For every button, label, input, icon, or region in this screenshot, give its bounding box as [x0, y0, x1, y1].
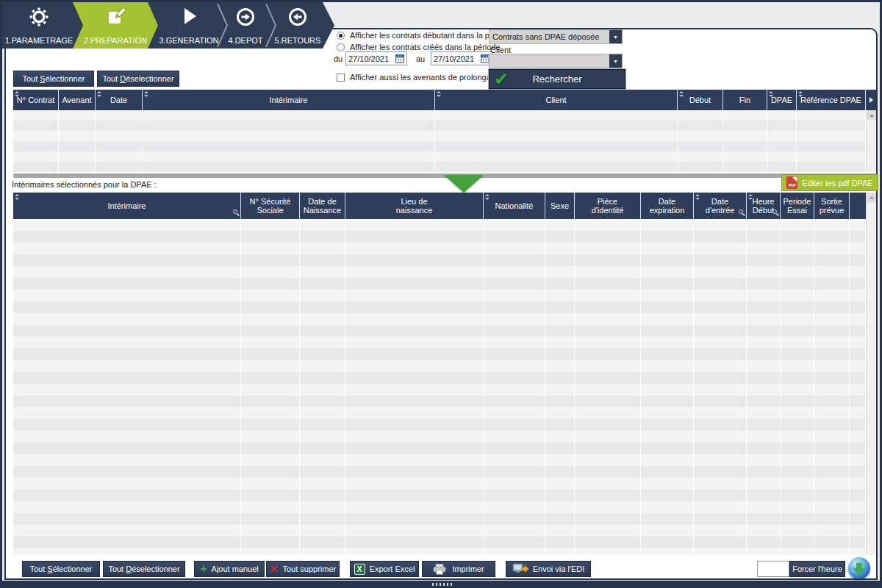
globe-download-icon[interactable]: [848, 557, 870, 579]
chevron-right-icon: [870, 97, 873, 103]
col-heure-debut[interactable]: Heure Début: [747, 193, 781, 219]
col-reference-dpae[interactable]: Référence DPAE: [797, 90, 866, 110]
col-lieu-naissance[interactable]: Lieu de naissance: [345, 193, 484, 219]
sort-icon[interactable]: [437, 91, 442, 97]
edit-icon: [105, 7, 126, 29]
search-icon[interactable]: [772, 209, 777, 214]
main-panel: Afficher les contrats débutant dans la p…: [4, 28, 878, 580]
col-interimaire[interactable]: Intérimaire: [143, 90, 435, 110]
wizard-step-retours[interactable]: 5.RETOURS: [271, 2, 324, 49]
col-date-expiration[interactable]: Date expiration: [641, 193, 694, 219]
col-date-entree[interactable]: Date d'entrée: [694, 193, 747, 219]
radio-contracts-starting-label: Afficher les contrats débutant dans la p…: [350, 31, 512, 40]
search-button[interactable]: ✔ Rechercher: [489, 69, 625, 89]
wizard-steps-bar: 1.PARAMETRAGE 2.PREPARATION 3.GENERATION: [2, 2, 334, 49]
wizard-step-generation[interactable]: 3.GENERATION: [158, 2, 220, 49]
search-icon[interactable]: [739, 209, 743, 214]
send-edi-button[interactable]: Envoi via l'EDI: [506, 561, 591, 577]
sort-icon[interactable]: [769, 91, 774, 97]
sort-icon[interactable]: [97, 91, 102, 97]
col-num-contrat[interactable]: N° Contrat: [13, 90, 59, 110]
date-to-label: au: [416, 54, 425, 63]
col-periode-essai[interactable]: Periode Essai: [781, 193, 814, 219]
contract-filter-dropdown[interactable]: Contrats sans DPAE déposée ▼: [489, 29, 623, 44]
printer-icon: [433, 564, 446, 575]
col-nationalite[interactable]: Nationalité: [484, 193, 545, 219]
wizard-step-preparation-active[interactable]: 2.PREPARATION: [73, 2, 158, 49]
expand-column-button[interactable]: [866, 90, 876, 110]
sort-icon[interactable]: [15, 194, 20, 200]
plus-icon: +: [200, 564, 207, 574]
edit-pdf-dpae-button[interactable]: PDF Editer les pdf DPAE: [781, 174, 878, 191]
scroll-up-icon[interactable]: [867, 110, 876, 120]
calendar-icon[interactable]: [395, 54, 404, 63]
contracts-table-body: [13, 110, 876, 172]
col-date-naissance[interactable]: Date de Naissance: [300, 193, 345, 219]
chevron-down-icon[interactable]: ▼: [609, 54, 622, 68]
wizard-step-depot[interactable]: 4.DEPOT: [223, 2, 268, 49]
col-sexe[interactable]: Sexe: [545, 193, 575, 219]
window-bottom-bar: [0, 581, 882, 588]
scroll-up-icon[interactable]: [867, 193, 876, 202]
gear-icon: [29, 7, 49, 29]
radio-contracts-created[interactable]: [337, 43, 345, 51]
col-client[interactable]: Client: [435, 90, 678, 110]
col-date[interactable]: Date: [96, 90, 143, 110]
col-interimaire[interactable]: Intérimaire: [13, 193, 241, 219]
excel-icon: X: [354, 564, 365, 575]
sort-icon[interactable]: [798, 91, 803, 97]
sort-icon[interactable]: [695, 194, 700, 200]
print-button[interactable]: Imprimer: [422, 561, 495, 577]
wizard-step-parametrage[interactable]: 1.PARAMETRAGE: [2, 2, 76, 49]
checkbox-avenants[interactable]: [337, 74, 345, 82]
radio-contracts-created-label: Afficher les contrats créés dans la péri…: [350, 43, 501, 51]
force-time-input[interactable]: [757, 561, 789, 577]
force-time-button[interactable]: Forcer l'heure: [789, 561, 845, 577]
contracts-deselect-all-button[interactable]: Tout Déselectionner: [97, 71, 179, 87]
add-manual-button[interactable]: +Ajout manuel: [194, 561, 265, 577]
arrow-left-circle-icon: [287, 7, 308, 29]
chevron-down-icon[interactable]: ▼: [609, 30, 622, 43]
export-excel-button[interactable]: XExport Excel: [350, 561, 419, 577]
interim-vertical-scrollbar[interactable]: [866, 193, 876, 555]
sort-icon[interactable]: [15, 91, 20, 97]
col-debut[interactable]: Début: [678, 90, 723, 110]
sort-icon[interactable]: [748, 194, 753, 200]
arrow-right-circle-icon: [235, 7, 256, 29]
date-from-input[interactable]: 27/10/2021: [345, 51, 407, 65]
col-fin[interactable]: Fin: [723, 90, 767, 110]
sort-icon[interactable]: [144, 91, 149, 97]
date-to-input[interactable]: 27/10/2021: [431, 51, 492, 65]
col-sortie-prevue[interactable]: Sortie prévue: [814, 193, 850, 219]
delete-all-button[interactable]: ✕Tout supprimer: [266, 561, 340, 577]
edi-icon: [512, 563, 529, 575]
arrow-down-icon: [444, 175, 484, 193]
interim-table-body: [13, 219, 866, 555]
app-window: Afficher les contrats débutant dans la p…: [0, 0, 882, 588]
col-num-securite-sociale[interactable]: N° Sécurité Sociale: [241, 193, 300, 219]
step-separator: [217, 4, 229, 47]
sort-icon[interactable]: [679, 91, 684, 97]
col-blank: [850, 193, 866, 219]
client-dropdown[interactable]: ▼: [489, 54, 623, 68]
sort-icon[interactable]: [485, 194, 490, 200]
search-icon[interactable]: [233, 209, 237, 214]
interim-select-all-button[interactable]: Tout Sélectionner: [22, 561, 100, 577]
col-avenant[interactable]: Avenant: [59, 90, 96, 110]
contracts-table-header: N° Contrat Avenant Date Intérimaire Clie…: [13, 90, 876, 110]
x-icon: ✕: [270, 564, 279, 574]
radio-contracts-starting[interactable]: [337, 32, 345, 40]
play-icon: [179, 7, 198, 27]
interim-table-header: Intérimaire N° Sécurité Sociale Date de …: [13, 193, 866, 219]
pdf-icon: PDF: [786, 176, 797, 189]
resize-grip[interactable]: [432, 583, 453, 586]
col-dpae[interactable]: DPAE: [767, 90, 797, 110]
interim-deselect-all-button[interactable]: Tout Déselectionner: [103, 561, 185, 577]
contracts-vertical-scrollbar[interactable]: [866, 110, 876, 172]
checkbox-avenants-label: Afficher aussi les avenants de prolongat…: [350, 73, 504, 82]
selection-label: Intérimaires sélectionnés pour la DPAE :: [12, 180, 157, 189]
date-from-label: du: [334, 54, 343, 63]
col-piece-identite[interactable]: Pièce d'identité: [575, 193, 641, 219]
step-separator: [265, 4, 277, 47]
contracts-select-all-button[interactable]: Tout Sélectionner: [13, 71, 94, 87]
